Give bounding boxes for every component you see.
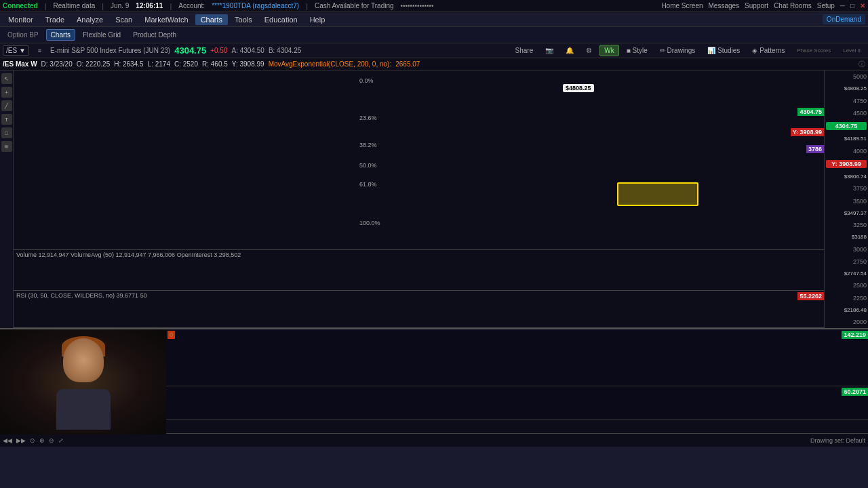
price-2186: $2186.48 bbox=[826, 307, 867, 313]
webcam-placeholder bbox=[0, 329, 166, 434]
charts-tab[interactable]: Charts bbox=[46, 29, 75, 41]
main-chart[interactable]: 0.0% 23.6% 38.2% 50.0% 61.8% 100.0% $480… bbox=[14, 70, 824, 250]
chat-rooms-btn[interactable]: Chat Rooms bbox=[774, 2, 812, 9]
info-symbol: /ES Max W bbox=[3, 60, 37, 68]
top-bar-separator4: | bbox=[306, 2, 308, 10]
price-2750: 2750 bbox=[826, 258, 867, 265]
camera-icon[interactable]: 📷 bbox=[540, 45, 558, 56]
drawings-btn[interactable]: ✏ Drawings bbox=[655, 45, 700, 56]
zoom-reset-btn[interactable]: ⊙ bbox=[30, 437, 35, 444]
ondemand-btn[interactable]: OnDemand bbox=[823, 14, 865, 24]
top-bar-separator2: | bbox=[102, 2, 104, 10]
info-close: C: 2520 bbox=[174, 60, 198, 68]
mini-chart-left-value: 0 bbox=[167, 331, 175, 339]
person-figure bbox=[43, 335, 124, 430]
info-date: D: 3/23/20 bbox=[41, 60, 73, 68]
price-4750: 4750 bbox=[826, 98, 867, 104]
ema-value: 2665.07 bbox=[395, 60, 420, 68]
rsi-panel: RSI (30, 50, CLOSE, WILDERS, no) 39.6771… bbox=[14, 291, 824, 328]
share-btn[interactable]: Share bbox=[511, 45, 538, 56]
mini-chart-bottom-badge: 60.2071 bbox=[842, 388, 868, 396]
ema-price-badge: 3786 bbox=[806, 145, 824, 153]
fit-screen-btn[interactable]: ⤢ bbox=[58, 437, 64, 444]
cash-label: Cash Available for Trading bbox=[315, 2, 394, 9]
price-5000: 5000 bbox=[826, 73, 867, 80]
top-bar: Connected | Realtime data | Jun. 9 12:06… bbox=[0, 0, 868, 12]
flexible-grid-tab[interactable]: Flexible Grid bbox=[78, 29, 125, 41]
menu-monitor[interactable]: Monitor bbox=[3, 14, 39, 25]
bell-icon[interactable]: 🔔 bbox=[561, 45, 578, 56]
price-4000: 4000 bbox=[826, 148, 867, 155]
fib-500-label: 50.0% bbox=[359, 162, 377, 169]
maximize-btn[interactable]: □ bbox=[850, 2, 854, 9]
top-bar-separator3: | bbox=[170, 2, 172, 10]
setup-btn[interactable]: Setup bbox=[817, 2, 835, 9]
chart-panels: 0.0% 23.6% 38.2% 50.0% 61.8% 100.0% $480… bbox=[14, 70, 824, 328]
symbol-description: E-mini S&P 500 Index Futures (JUN 23) bbox=[50, 47, 170, 54]
menu-scan[interactable]: Scan bbox=[110, 14, 138, 25]
menu-marketwatch[interactable]: MarketWatch bbox=[139, 14, 193, 25]
settings-icon[interactable]: ⚙ bbox=[581, 45, 597, 56]
option-chain-icon[interactable]: ≡ bbox=[33, 45, 46, 56]
rect-tool[interactable]: □ bbox=[1, 127, 12, 138]
zoom-in-btn[interactable]: ⊕ bbox=[39, 437, 45, 444]
support-btn[interactable]: Support bbox=[745, 2, 768, 9]
fib-1000-label: 100.0% bbox=[359, 220, 380, 226]
price-4808: $4808.25 bbox=[826, 85, 867, 92]
menu-analyze[interactable]: Analyze bbox=[71, 14, 108, 25]
info-icon: ⓘ bbox=[859, 60, 865, 69]
account-label: Account: bbox=[178, 2, 205, 9]
price-3500: 3500 bbox=[826, 198, 867, 205]
minimize-btn[interactable]: ─ bbox=[840, 2, 845, 9]
webcam-feed bbox=[0, 329, 166, 434]
info-bar: /ES Max W D: 3/23/20 O: 2220.25 H: 2634.… bbox=[0, 58, 868, 70]
menu-help[interactable]: Help bbox=[304, 14, 331, 25]
price-3250: 3250 bbox=[826, 222, 867, 228]
date-axis-canvas bbox=[166, 420, 868, 433]
zoom-out-btn[interactable]: ⊖ bbox=[49, 437, 54, 444]
info-range: R: 460.5 bbox=[202, 60, 228, 68]
rsi-chart-canvas bbox=[14, 291, 824, 327]
timeframe-btn[interactable]: Wk bbox=[599, 45, 618, 56]
text-tool[interactable]: T bbox=[1, 114, 12, 125]
mini-chart-top-badge: 142.219 bbox=[842, 331, 868, 339]
price-details2: B: 4304.25 bbox=[269, 47, 301, 54]
connected-status: Connected bbox=[3, 2, 38, 9]
product-depth-tab[interactable]: Product Depth bbox=[128, 29, 181, 41]
menu-charts[interactable]: Charts bbox=[195, 14, 228, 25]
price-details: A: 4304.50 bbox=[232, 47, 264, 54]
info-volume: Y: 3908.99 bbox=[232, 60, 264, 68]
close-btn[interactable]: ✕ bbox=[860, 2, 865, 9]
style-btn[interactable]: ■ Style bbox=[622, 45, 652, 56]
studies-btn[interactable]: 📊 Studies bbox=[703, 45, 745, 56]
fib-tool[interactable]: ≋ bbox=[1, 141, 12, 152]
fib-382-label: 38.2% bbox=[359, 142, 377, 148]
menu-bar: Monitor Trade Analyze Scan MarketWatch C… bbox=[0, 12, 868, 27]
realtime-label: Realtime data bbox=[54, 2, 96, 9]
support-box bbox=[617, 182, 698, 206]
menu-trade[interactable]: Trade bbox=[40, 14, 70, 25]
date-axis bbox=[166, 420, 868, 433]
cursor-tool[interactable]: ↖ bbox=[1, 73, 12, 84]
patterns-btn[interactable]: ◈ Patterns bbox=[747, 45, 789, 56]
price-3188: $3188 bbox=[826, 234, 867, 240]
price-current-badge: 4304.75 bbox=[826, 122, 867, 130]
messages-btn[interactable]: Messages bbox=[709, 2, 740, 9]
crosshair-tool[interactable]: + bbox=[1, 87, 12, 98]
mini-volume-chart[interactable]: 142.219 0 bbox=[166, 329, 868, 386]
info-low: L: 2174 bbox=[148, 60, 170, 68]
symbol-dropdown[interactable]: /ES ▼ bbox=[3, 45, 29, 56]
menu-education[interactable]: Education bbox=[259, 14, 303, 25]
price-chart-canvas bbox=[14, 70, 824, 249]
home-screen-btn[interactable]: Home Screen bbox=[661, 2, 703, 9]
price-3806: $3806.74 bbox=[826, 174, 867, 180]
scroll-right-btn[interactable]: ▶▶ bbox=[16, 437, 26, 444]
mini-oscillator-chart[interactable]: 60.2071 bbox=[166, 386, 868, 420]
account-value[interactable]: ****1900TDA (ragsdaleacct7) bbox=[212, 2, 299, 9]
info-high: H: 2634.5 bbox=[114, 60, 143, 68]
price-3750: 3750 bbox=[826, 185, 867, 192]
line-tool[interactable]: ╱ bbox=[1, 100, 12, 111]
menu-tools[interactable]: Tools bbox=[229, 14, 258, 25]
scroll-left-btn[interactable]: ◀◀ bbox=[3, 437, 12, 444]
phase-scores-icon: Phase Scores bbox=[792, 45, 835, 56]
